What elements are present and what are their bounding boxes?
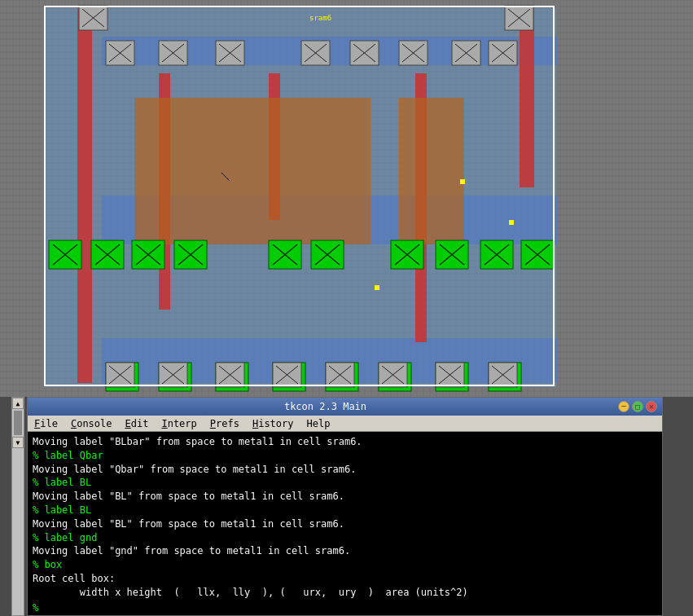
- menu-edit[interactable]: Edit: [119, 416, 156, 431]
- console-line-10: % box: [33, 558, 657, 572]
- tkcon-prompt: %: [33, 602, 38, 614]
- tkcon-content[interactable]: Moving label "BLbar" from space to metal…: [28, 432, 662, 601]
- minimize-button[interactable]: ─: [618, 401, 629, 412]
- console-line-1: Moving label "BLbar" from space to metal…: [33, 435, 657, 449]
- menu-history[interactable]: History: [246, 416, 300, 431]
- left-scrollbar[interactable]: ▲ ▼: [11, 397, 24, 616]
- console-line-5: Moving label "BL" from space to metal1 i…: [33, 490, 657, 504]
- scroll-down-arrow[interactable]: ▼: [12, 437, 24, 448]
- scroll-thumb[interactable]: [14, 411, 22, 435]
- console-line-3: Moving label "Qbar" from space to metal1…: [33, 463, 657, 477]
- tkcon-window: tkcon 2.3 Main ─ □ ✕ File Console Edit I…: [27, 397, 663, 616]
- menu-prefs[interactable]: Prefs: [204, 416, 246, 431]
- tkcon-input[interactable]: [42, 602, 657, 614]
- console-line-6: % label BL: [33, 504, 657, 517]
- console-line-9: Moving label "gnd" from space to metal1 …: [33, 544, 657, 558]
- menu-help[interactable]: Help: [300, 416, 337, 431]
- close-button[interactable]: ✕: [646, 401, 657, 412]
- scroll-up-arrow[interactable]: ▲: [12, 398, 24, 409]
- menu-interp[interactable]: Interp: [155, 416, 203, 431]
- tkcon-titlebar: tkcon 2.3 Main ─ □ ✕: [28, 398, 662, 416]
- tkcon-title: tkcon 2.3 Main: [33, 401, 618, 412]
- console-line-7: Moving label "BL" from space to metal1 i…: [33, 517, 657, 531]
- console-line-8: % label gnd: [33, 531, 657, 545]
- console-line-11: Root cell box:: [33, 572, 657, 586]
- menu-console[interactable]: Console: [64, 416, 119, 431]
- menu-file[interactable]: File: [28, 416, 64, 431]
- layout-canvas: [0, 0, 693, 397]
- tkcon-window-buttons: ─ □ ✕: [618, 401, 657, 412]
- chip-canvas[interactable]: [0, 0, 693, 397]
- tkcon-input-line: %: [28, 601, 662, 615]
- console-line-12: width x height ( llx, lly ), ( urx, ury …: [33, 586, 657, 600]
- maximize-button[interactable]: □: [632, 401, 643, 412]
- tkcon-menubar: File Console Edit Interp Prefs History H…: [28, 416, 662, 432]
- console-line-4: % label BL: [33, 476, 657, 490]
- console-line-2: % label Qbar: [33, 449, 657, 463]
